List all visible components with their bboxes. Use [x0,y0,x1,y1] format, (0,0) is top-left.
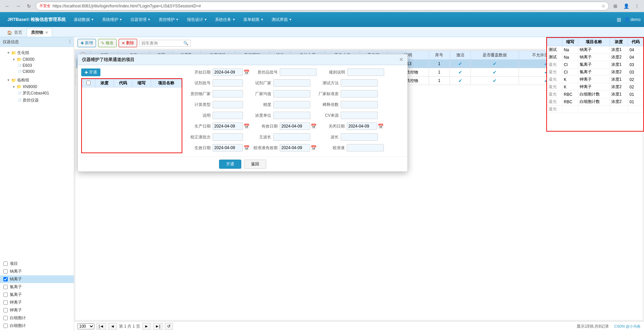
next-page-button[interactable]: ► [142,323,151,330]
star-icon[interactable]: ☆ [602,4,605,8]
rp-row[interactable]: 测试 Na 钠离子 浓度1 04 [547,46,643,54]
rp-row[interactable]: 凝光 K 钾离子 浓度2 02 [547,83,643,91]
rp-row[interactable]: 凝光 RBC 白细胞计数 浓度1 01 [547,91,643,98]
search-input[interactable] [142,41,182,46]
nav-basic-data[interactable]: 基础数据 ▼ [70,12,98,27]
check-row-k1[interactable]: 钾离子 [0,299,74,306]
rp-row[interactable]: 凝光 Cl 氯离子 浓度2 03 [547,68,643,76]
nav-system-maint[interactable]: 系统维护 ▼ [98,12,126,27]
calendar-icon[interactable]: 📅 [311,123,316,129]
tree-row-clinical-group[interactable]: ▼ 📁 临检组 [0,77,74,84]
nav-report-design[interactable]: 报告设计 ▼ [183,12,211,27]
test-method-input[interactable] [341,79,378,87]
exp-date-input[interactable] [280,122,310,130]
first-page-button[interactable]: |◄ [96,323,106,330]
check-row-cl1[interactable]: 氯离子 [0,283,74,291]
calc-type-input[interactable] [213,101,243,108]
check-row-k2[interactable]: 钾离子 [0,306,74,314]
check-wbc1[interactable] [3,316,8,320]
qc-mfr-input[interactable] [213,90,243,98]
main-wl-input[interactable] [273,133,310,141]
menu-button[interactable]: ⋮ [633,2,641,10]
reagent-mfr-input[interactable] [273,79,310,87]
add-button[interactable]: ✚ 新增 [78,39,96,47]
check-cl1[interactable] [3,285,8,289]
precision-input[interactable] [273,101,310,108]
last-page-button[interactable]: ►| [153,323,163,330]
rp-row[interactable]: 凝光 [547,106,643,113]
modal-back-btn[interactable]: 返回 [244,160,266,169]
calendar-icon[interactable]: 📅 [244,145,249,150]
calendar-icon[interactable]: 📅 [311,145,316,150]
dilution-input[interactable] [341,101,378,108]
delete-button[interactable]: ✕ 删除 [119,39,137,47]
check-row-project[interactable]: 项目 [0,260,74,268]
tree-row-c8000-parent[interactable]: ▼ 📁 C8000 [0,56,74,62]
check-k1[interactable] [3,300,8,305]
check-row-na2[interactable]: 钠离子 [0,275,74,283]
batch-date-input[interactable] [213,144,243,151]
tab-close-icon[interactable]: ✕ [45,31,48,34]
note-input[interactable] [213,112,243,119]
tree-row-c8000-child[interactable]: 📄 C8000 [0,68,74,75]
refresh-page-button[interactable]: ↺ [165,323,173,330]
nav-menu-permissions[interactable]: 菜单权限 ▼ [239,12,268,27]
check-row-wbc2[interactable]: 白细胞计 [0,322,74,330]
expand-icon[interactable]: ⊞ [617,17,621,23]
modal-close-button[interactable]: ✕ [399,56,403,63]
cal-liquid-input[interactable] [347,144,384,151]
cal-lot-input[interactable] [213,133,243,141]
modal-open-btn[interactable]: 开通 [219,160,241,169]
search-box[interactable]: 🔍 [139,40,191,47]
nav-qc-maint[interactable]: 质控维护 ▼ [155,12,183,27]
edit-button[interactable]: ✎ 修改 [98,39,117,47]
left-select-all[interactable] [86,81,91,85]
forward-button[interactable]: → [13,1,23,11]
tab-qc-material[interactable]: 质控物 ✕ [27,28,52,37]
rp-row[interactable]: 凝光 K 钾离子 浓度1 02 [547,76,643,83]
modal-open-button[interactable]: ✚ 开通 [81,68,100,76]
close-date-input[interactable] [347,122,377,130]
rp-row[interactable]: 凝光 RBC 白细胞计数 浓度2 01 [547,98,643,106]
profile-button[interactable]: 👤 [622,2,631,10]
cal-exp-input[interactable] [280,144,310,151]
calendar-icon[interactable]: 📅 [244,123,249,129]
check-na2[interactable] [3,277,8,281]
nav-instrument-mgmt[interactable]: 仪器管理 ▼ [126,12,155,27]
address-bar[interactable]: 不安全 https://localhost:8081/jrtlis/login/… [36,2,609,10]
check-row-wbc1[interactable]: 白细胞计 [0,314,74,322]
prev-page-button[interactable]: ◄ [108,323,117,330]
tree-row-biochem-group[interactable]: ▼ 📁 生化组 [0,49,74,56]
rule-desc-input[interactable] [347,68,384,76]
prod-date-input[interactable] [213,122,243,130]
mfr-std-input[interactable] [341,90,378,98]
nav-test-ui[interactable]: 测试界面 ▼ [268,12,296,27]
calendar-icon[interactable]: 📅 [244,70,249,75]
mfr-mean-input[interactable] [273,90,310,98]
back-button[interactable]: ← [3,1,12,11]
check-k2[interactable] [3,308,8,312]
nav-system-tasks[interactable]: 系统任务 ▼ [211,12,239,27]
tree-row-xn9000[interactable]: ▼ 📁 XN9000 [0,84,74,90]
wl-input[interactable] [341,133,378,141]
check-row-cl2[interactable]: 氯离子 [0,291,74,299]
page-size-select[interactable]: 100 200 500 [78,323,94,329]
check-wbc2[interactable] [3,324,8,328]
tree-row-cobas401[interactable]: 📄 罗氏Cobas401 [0,90,74,97]
sidebar-collapse-btn[interactable]: 《 [66,39,71,45]
start-date-input[interactable] [213,68,243,76]
cv-source-input[interactable] [341,112,378,119]
rp-row[interactable]: 测试 Na 钠离子 浓度2 04 [547,54,643,61]
check-cl2[interactable] [3,293,8,297]
check-row-na1[interactable]: 钠离子 [0,268,74,275]
rp-row[interactable]: 凝光 Cl 氯离子 浓度1 03 [547,61,643,68]
extensions-button[interactable]: ⊞ [611,2,620,10]
tree-row-e603[interactable]: 📄 E603 [0,62,74,68]
check-project[interactable] [3,261,8,266]
calendar-icon[interactable]: 📅 [378,123,384,129]
tree-row-qc-instrument[interactable]: 📄 质控仪器 [0,97,74,104]
check-na1[interactable] [3,269,8,274]
refresh-button[interactable]: ↻ [24,1,34,11]
conc-unit-input[interactable] [273,112,310,119]
tab-home[interactable]: 🏠 首页 [3,28,27,37]
